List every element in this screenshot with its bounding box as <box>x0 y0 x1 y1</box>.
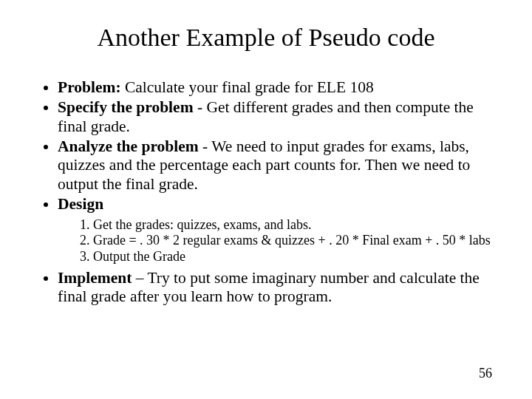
bullet-design: Design Get the grades: quizzes, exams, a… <box>58 195 492 264</box>
implement-label: Implement <box>58 269 132 287</box>
bullet-problem: Problem: Calculate your final grade for … <box>58 78 492 97</box>
slide: Another Example of Pseudo code Problem: … <box>0 0 532 399</box>
analyze-label: Analyze the problem <box>58 137 199 155</box>
bullet-implement: Implement – Try to put some imaginary nu… <box>58 269 492 307</box>
design-step: Grade = . 30 * 2 regular exams & quizzes… <box>93 233 492 248</box>
bullet-specify: Specify the problem - Get different grad… <box>58 98 492 136</box>
bullet-analyze: Analyze the problem - We need to input g… <box>58 137 492 194</box>
main-bullet-list: Problem: Calculate your final grade for … <box>40 78 492 306</box>
problem-label: Problem: <box>58 78 121 96</box>
design-steps-list: Get the grades: quizzes, exams, and labs… <box>58 217 492 265</box>
specify-label: Specify the problem <box>58 98 194 116</box>
design-step: Output the Grade <box>93 249 492 265</box>
problem-text: Calculate your final grade for ELE 108 <box>121 78 374 96</box>
design-step: Get the grades: quizzes, exams, and labs… <box>93 217 492 233</box>
page-number: 56 <box>479 366 492 381</box>
slide-title: Another Example of Pseudo code <box>40 24 492 52</box>
design-label: Design <box>58 195 103 213</box>
